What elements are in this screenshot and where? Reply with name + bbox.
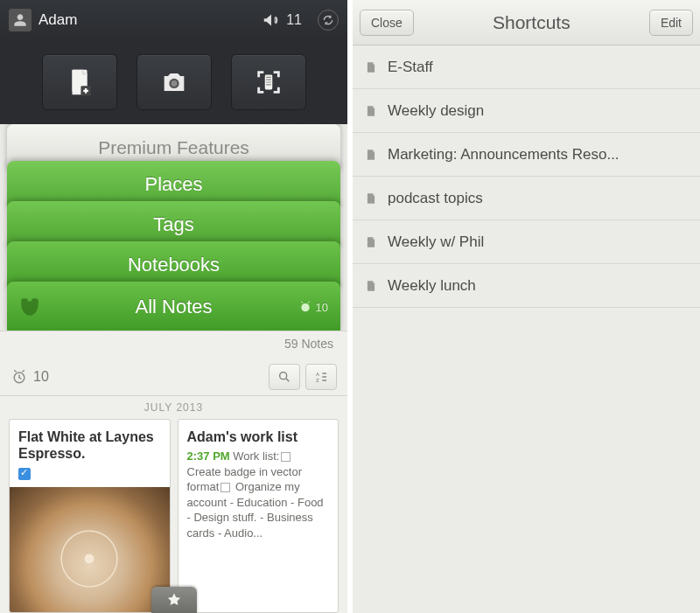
places-label: Places xyxy=(144,173,202,196)
search-button[interactable] xyxy=(269,364,300,390)
synced-check-icon xyxy=(18,468,31,480)
shortcuts-pane: Close Shortcuts Edit E-Staff Weekly desi… xyxy=(353,0,700,613)
scan-icon xyxy=(254,67,284,97)
new-note-icon xyxy=(65,67,94,97)
search-icon xyxy=(277,370,291,384)
note-card-grid: Flat White at Laynes Espresso. Adam's wo… xyxy=(9,419,339,613)
svg-point-7 xyxy=(280,372,287,379)
notes-area: 59 Notes 10 AZ JULY 2013 Fl xyxy=(0,331,347,613)
scan-button[interactable] xyxy=(231,54,306,110)
reminders-filter[interactable]: 10 xyxy=(10,368,49,386)
svg-point-3 xyxy=(171,80,177,87)
note-icon xyxy=(365,234,377,250)
alarm-icon xyxy=(298,300,312,314)
date-section-label: JULY 2013 xyxy=(0,401,347,414)
note-time: 2:37 PM xyxy=(187,449,230,463)
shortcut-item[interactable]: podcast topics xyxy=(353,177,700,220)
shortcut-item[interactable]: Weekly w/ Phil xyxy=(353,220,700,264)
reminder-count: 10 xyxy=(316,301,328,314)
shortcut-item[interactable]: Weekly design xyxy=(353,89,700,133)
shortcut-label: Weekly lunch xyxy=(388,277,476,295)
note-icon xyxy=(365,278,377,294)
notes-toolbar: 10 AZ xyxy=(0,358,347,396)
shortcuts-header: Close Shortcuts Edit xyxy=(353,0,700,45)
note-thumbnail xyxy=(10,487,170,613)
note-icon xyxy=(365,191,377,206)
evernote-logo-icon xyxy=(18,295,42,319)
shortcut-item[interactable]: Weekly lunch xyxy=(353,264,700,308)
star-icon xyxy=(166,592,182,608)
all-notes-card[interactable]: All Notes 10 xyxy=(7,282,340,332)
section-drawer: Premium Features Places Tags Notebooks A… xyxy=(0,124,347,613)
shortcut-label: Marketing: Announcements Reso... xyxy=(388,146,620,164)
note-lead: Work list: xyxy=(233,449,279,463)
sort-az-icon: AZ xyxy=(314,370,328,384)
checkbox-icon xyxy=(220,483,230,492)
shortcut-item[interactable]: E-Staff xyxy=(353,45,700,89)
all-notes-reminder-badge: 10 xyxy=(298,300,328,314)
note-card[interactable]: Flat White at Laynes Espresso. xyxy=(9,419,171,613)
camera-button[interactable] xyxy=(136,54,212,110)
shortcut-label: Weekly w/ Phil xyxy=(388,233,484,251)
alarm-icon xyxy=(10,368,28,386)
svg-rect-12 xyxy=(322,380,326,380)
favorites-tab[interactable] xyxy=(151,587,197,613)
note-card[interactable]: Adam's work list 2:37 PM Work list: Crea… xyxy=(178,419,340,613)
sort-button[interactable]: AZ xyxy=(305,364,337,390)
close-button[interactable]: Close xyxy=(360,10,414,36)
shortcuts-title: Shortcuts xyxy=(414,12,649,33)
sync-button[interactable] xyxy=(318,10,339,31)
note-title: Flat White at Laynes Espresso. xyxy=(18,428,161,462)
camera-icon xyxy=(159,67,189,97)
announcements-count: 11 xyxy=(286,12,302,28)
note-body: 2:37 PM Work list: Create badge in vecto… xyxy=(187,449,330,540)
new-note-button[interactable] xyxy=(42,54,117,110)
note-title: Adam's work list xyxy=(187,428,330,445)
all-notes-label: All Notes xyxy=(135,296,212,318)
shortcut-label: podcast topics xyxy=(388,190,483,207)
premium-label: Premium Features xyxy=(98,137,249,158)
svg-text:A: A xyxy=(316,372,319,377)
shortcuts-list[interactable]: E-Staff Weekly design Marketing: Announc… xyxy=(353,45,700,613)
shortcut-label: Weekly design xyxy=(388,102,484,120)
top-bar: Adam 11 xyxy=(0,0,347,40)
quick-action-row xyxy=(0,40,347,124)
announcements-button[interactable]: 11 xyxy=(262,10,302,30)
checkbox-icon xyxy=(281,452,290,462)
reminder-count: 10 xyxy=(33,369,49,385)
username-label[interactable]: Adam xyxy=(38,11,77,29)
note-icon xyxy=(365,147,377,163)
trumpet-icon xyxy=(262,10,281,30)
avatar[interactable] xyxy=(9,9,32,31)
edit-button[interactable]: Edit xyxy=(649,10,693,36)
note-icon xyxy=(365,59,377,75)
svg-rect-10 xyxy=(322,373,326,373)
notebooks-label: Notebooks xyxy=(128,254,220,276)
notes-count-label: 59 Notes xyxy=(284,337,333,351)
shortcut-item[interactable]: Marketing: Announcements Reso... xyxy=(353,133,700,177)
svg-rect-11 xyxy=(322,376,326,377)
svg-text:Z: Z xyxy=(316,378,319,383)
shortcut-label: E-Staff xyxy=(388,59,433,76)
tags-label: Tags xyxy=(153,213,193,236)
evernote-home-pane: Adam 11 Premi xyxy=(0,0,347,613)
note-icon xyxy=(365,103,377,119)
